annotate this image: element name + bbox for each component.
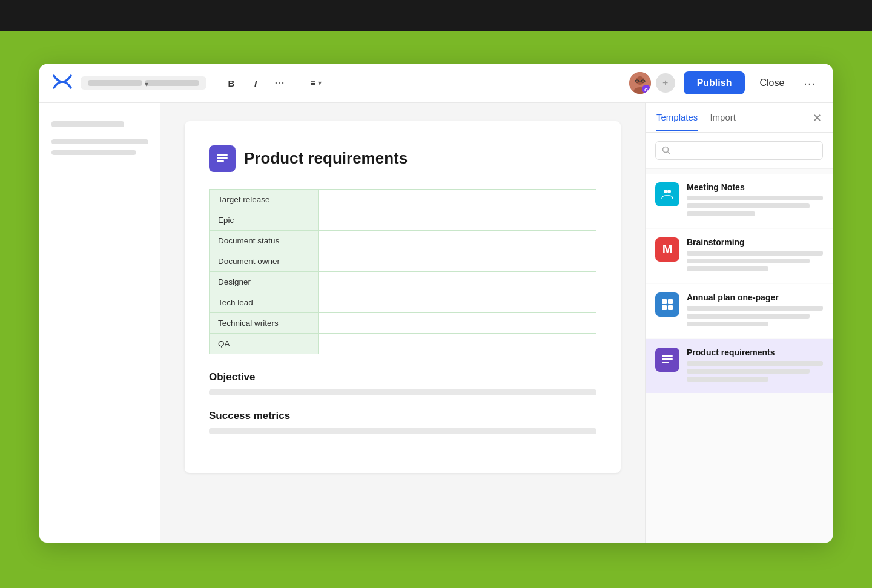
template-item-meeting-notes[interactable]: Meeting Notes	[646, 174, 833, 228]
template-skeleton-0	[687, 361, 823, 366]
section-content-skeleton	[209, 428, 596, 434]
breadcrumb-text	[88, 80, 142, 86]
template-item-annual-plan[interactable]: Annual plan one-pager	[646, 284, 833, 338]
svg-rect-19	[662, 355, 673, 357]
section-heading: Success metrics	[209, 410, 596, 422]
panel-tabs: Templates Import ✕	[646, 103, 833, 133]
table-cell-value	[319, 271, 596, 292]
svg-line-12	[668, 152, 670, 154]
table-cell-value	[319, 189, 596, 210]
table-cell-label: Technical writers	[210, 312, 319, 333]
sidebar-skeleton-1	[51, 121, 124, 127]
table-row: Designer	[210, 271, 596, 292]
format-buttons-group: B I ···	[222, 73, 289, 93]
document-card: Product requirements Target releaseEpicD…	[185, 121, 621, 473]
toolbar-divider	[214, 74, 214, 92]
template-skeleton-0	[687, 251, 823, 256]
template-info-brainstorming: Brainstorming	[687, 237, 823, 274]
search-box[interactable]	[655, 141, 823, 160]
template-name-brainstorming: Brainstorming	[687, 237, 823, 247]
template-item-brainstorming[interactable]: MBrainstorming	[646, 229, 833, 283]
align-chevron-icon: ▾	[318, 79, 322, 87]
table-row: Document owner	[210, 251, 596, 271]
toolbar: ▾ B I ··· ≡ ▾	[39, 64, 833, 103]
template-info-meeting-notes: Meeting Notes	[687, 182, 823, 219]
template-icon-brainstorming: M	[655, 237, 679, 262]
template-skeleton-1	[687, 314, 810, 319]
template-info-annual-plan: Annual plan one-pager	[687, 292, 823, 329]
right-panel: Templates Import ✕ Meeting NotesMBrainst…	[645, 103, 833, 543]
more-options-button[interactable]: ···	[799, 71, 821, 95]
main-body: Product requirements Target releaseEpicD…	[39, 103, 833, 543]
sidebar-skeleton-2	[51, 139, 148, 144]
tab-import[interactable]: Import	[710, 112, 736, 131]
publish-button[interactable]: Publish	[684, 71, 745, 94]
svg-rect-8	[217, 154, 228, 156]
svg-rect-10	[217, 160, 224, 162]
table-row: Target release	[210, 189, 596, 210]
requirements-table: Target releaseEpicDocument statusDocumen…	[209, 189, 596, 354]
svg-point-1	[636, 76, 644, 85]
close-button[interactable]: Close	[752, 73, 791, 93]
table-cell-value	[319, 312, 596, 333]
svg-rect-15	[662, 299, 667, 304]
template-name-annual-plan: Annual plan one-pager	[687, 292, 823, 302]
template-search-area	[646, 133, 833, 169]
template-info-product-requirements: Product requirements	[687, 348, 823, 385]
table-cell-label: Tech lead	[210, 292, 319, 312]
svg-rect-9	[217, 157, 228, 159]
table-cell-label: Epic	[210, 210, 319, 230]
add-collaborator-button[interactable]: +	[655, 72, 676, 94]
doc-section: Success metrics	[209, 410, 596, 434]
table-cell-value	[319, 333, 596, 354]
table-cell-value	[319, 292, 596, 312]
search-icon	[662, 146, 670, 154]
section-heading: Objective	[209, 371, 596, 383]
bold-button[interactable]: B	[222, 73, 241, 93]
svg-rect-18	[668, 305, 673, 310]
template-name-product-requirements: Product requirements	[687, 348, 823, 357]
panel-close-button[interactable]: ✕	[813, 111, 822, 132]
template-name-meeting-notes: Meeting Notes	[687, 182, 823, 192]
tab-templates[interactable]: Templates	[656, 112, 698, 131]
more-format-button[interactable]: ···	[270, 73, 289, 93]
table-cell-value	[319, 210, 596, 230]
template-skeleton-1	[687, 369, 810, 374]
align-button[interactable]: ≡ ▾	[305, 74, 328, 91]
table-cell-value	[319, 230, 596, 251]
template-icon-product-requirements	[655, 348, 679, 372]
svg-rect-16	[668, 299, 673, 304]
template-skeleton-1	[687, 203, 810, 208]
doc-title-row: Product requirements	[209, 145, 596, 172]
doc-section: Objective	[209, 371, 596, 395]
avatar-user1: G	[629, 72, 651, 94]
chevron-down-icon: ▾	[145, 80, 199, 86]
breadcrumb[interactable]: ▾	[81, 76, 206, 90]
template-list: Meeting NotesMBrainstormingAnnual plan o…	[646, 169, 833, 543]
editor-area[interactable]: Product requirements Target releaseEpicD…	[160, 103, 645, 543]
template-icon-meeting-notes	[655, 182, 679, 206]
table-row: QA	[210, 333, 596, 354]
avatar-group: G +	[629, 72, 676, 94]
align-icon: ≡	[311, 78, 315, 88]
confluence-logo[interactable]	[51, 71, 73, 95]
table-row: Document status	[210, 230, 596, 251]
template-skeleton-0	[687, 196, 823, 200]
table-cell-value	[319, 251, 596, 271]
svg-point-13	[664, 190, 667, 193]
template-skeleton-2	[687, 211, 755, 216]
table-cell-label: Document status	[210, 230, 319, 251]
italic-button[interactable]: I	[246, 73, 265, 93]
svg-rect-20	[662, 358, 673, 360]
section-content-skeleton	[209, 389, 596, 395]
table-cell-label: Designer	[210, 271, 319, 292]
search-input[interactable]	[675, 146, 816, 155]
table-row: Epic	[210, 210, 596, 230]
svg-point-14	[667, 190, 671, 193]
left-sidebar	[39, 103, 160, 543]
template-skeleton-2	[687, 322, 768, 326]
template-skeleton-0	[687, 306, 823, 311]
svg-rect-21	[662, 362, 669, 363]
table-cell-label: Document owner	[210, 251, 319, 271]
template-item-product-requirements[interactable]: Product requirements	[646, 339, 833, 393]
